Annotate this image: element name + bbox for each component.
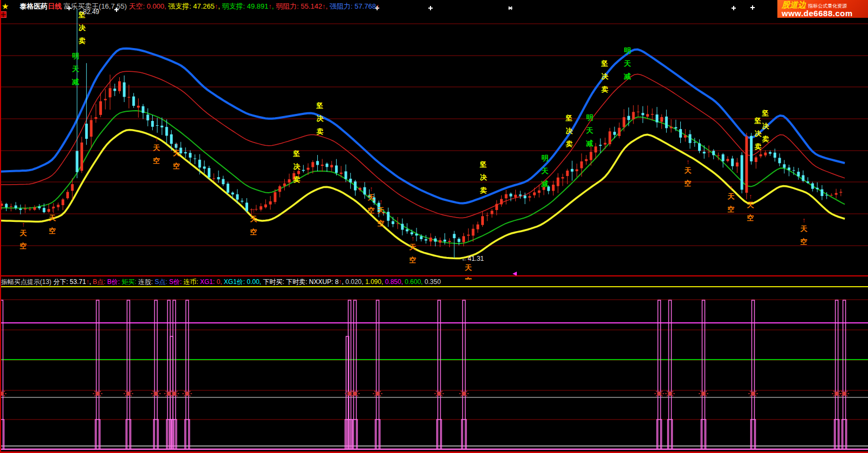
reduce-signal-label: 明天减 <box>541 154 549 188</box>
candles <box>1 9 843 258</box>
subheader-field: 1.090, <box>365 278 385 286</box>
buy-arrow-icon: ↑ <box>370 185 373 193</box>
favorite-star-icon[interactable]: ★ <box>2 2 9 11</box>
buy-dot-marker <box>434 391 444 396</box>
sky-buy-label: 天空 <box>250 215 258 236</box>
header-field: 47.265 <box>193 2 215 10</box>
buy-dot-marker <box>124 391 133 396</box>
subheader-field: B价: <box>107 278 122 287</box>
brand-logo[interactable]: 股道边 指标公式量化资源 www.de6688.com <box>777 0 868 18</box>
header-field: 55.142 <box>300 2 322 10</box>
buy-dot-marker <box>748 391 758 396</box>
header-field: 天空: <box>129 2 147 10</box>
sky-buy-label: 天空 <box>153 144 161 165</box>
header-field: 弱支撑: <box>222 2 247 10</box>
subheader-field: 8 <box>335 278 339 286</box>
buy-dot-marker <box>459 391 469 396</box>
buy-dot-marker <box>699 391 708 396</box>
sell-signal-label: 坚决卖 <box>78 11 86 45</box>
subheader-field: , <box>89 278 93 286</box>
subheader-field: XG1价: <box>224 278 247 287</box>
sell-signal-label: 坚决卖 <box>762 109 770 143</box>
sky-buy-label: 天空 <box>727 192 735 213</box>
buy-arrow-icon: ↑ <box>729 184 733 192</box>
sell-signal-label: 坚决卖 <box>565 114 573 148</box>
buy-arrow-icon: ↑ <box>22 221 25 228</box>
buy-arrow-icon: ↑ <box>175 141 178 148</box>
sky-buy-label: 天空 <box>684 166 692 187</box>
header-field: 日线 <box>47 2 61 10</box>
header-field: 强阻力: <box>330 2 354 10</box>
header-field: 富乐买卖王(16,7,55) <box>61 2 128 10</box>
price-label: ←41.31 <box>461 255 484 262</box>
subheader-field: 0.350 <box>425 278 441 286</box>
buy-arrow-icon: ↑ <box>379 198 382 206</box>
header-field: ↑ <box>376 2 380 10</box>
sell-signal-label: 坚决卖 <box>316 102 324 136</box>
subheader-field: 连股: <box>138 278 155 287</box>
red-band-line <box>0 71 845 218</box>
subheader-field: 0.600, <box>405 278 425 286</box>
subheader-field: 下时买: <box>263 278 286 287</box>
buy-arrow-icon: ↑ <box>749 193 752 200</box>
buy-dot-marker <box>654 391 664 396</box>
subheader-field: 0.020, <box>345 278 365 286</box>
sky-buy-label: 天空 <box>173 149 181 170</box>
subheader-field: 53.71 <box>70 278 86 286</box>
reduce-signal-label: 明天减 <box>624 46 632 80</box>
title-bar: ★ 泰格医药日线 富乐买卖王(16,7,55) 天空: 0.000, 强支撑: … <box>0 0 778 13</box>
header-field: 弱阻力: <box>276 2 300 10</box>
buy-dot-marker <box>151 391 161 396</box>
sky-buy-label: 天空 <box>377 206 385 227</box>
sky-buy-label: 天空 <box>49 214 57 235</box>
brand-name: 股道边 <box>782 1 806 9</box>
subheader-field: 0, <box>216 278 223 286</box>
brand-url[interactable]: www.de6688.com <box>782 10 865 17</box>
sky-buy-label: 天空 <box>409 243 417 264</box>
buy-arrow-icon: ↑ <box>252 207 255 214</box>
subheader-field: B点: <box>93 278 107 287</box>
header-field: , <box>326 2 330 10</box>
subheader-field: 0.850, <box>385 278 405 286</box>
header-field: 0.000, <box>147 2 168 10</box>
sell-signal-label: 坚决卖 <box>480 160 488 194</box>
sell-signal-label: 坚决卖 <box>754 117 762 151</box>
main-price-chart[interactable]: 坚决卖坚决卖坚决卖坚决卖坚决卖坚决卖坚决卖坚决卖明天减明天减明天减明天减↑天空↑… <box>0 0 868 280</box>
sell-signal-label: 坚决卖 <box>293 150 301 184</box>
buy-arrow-icon: ↑ <box>51 206 54 213</box>
signal-panel-chart[interactable] <box>0 287 868 452</box>
buy-dot-marker <box>373 391 382 396</box>
subheader-field: 连币: <box>183 278 200 287</box>
buy-dot-marker <box>93 391 102 396</box>
buy-dot-marker <box>182 391 192 396</box>
header-field: 泰格医药 <box>19 2 47 10</box>
buy-dot-marker <box>839 391 849 396</box>
subheader-field: NXXUP: <box>309 278 335 286</box>
subheader-field: 振幅买点提示(13) <box>1 278 53 287</box>
sky-buy-label: 天空 <box>19 229 28 250</box>
subheader-field: S价: <box>169 278 183 287</box>
panel-separator-line <box>0 275 868 276</box>
subheader-field: 0.00, <box>247 278 263 286</box>
indicator-readout: 泰格医药日线 富乐买卖王(16,7,55) 天空: 0.000, 强支撑: 47… <box>19 2 379 11</box>
header-field: 49.891 <box>247 2 269 10</box>
subheader-field: 分下: <box>53 278 70 287</box>
buy-arrow-icon: ↑ <box>686 158 689 166</box>
header-field: 强支撑: <box>168 2 193 10</box>
reduce-signal-label: 明天减 <box>586 113 594 147</box>
sky-buy-label: 天空 <box>800 225 808 246</box>
grid-icon[interactable] <box>10 3 16 10</box>
sky-buy-label: 天空 <box>747 201 755 222</box>
header-field: 57.768 <box>354 2 376 10</box>
buy-arrow-icon: ↑ <box>411 235 414 242</box>
subheader-field: , <box>342 278 346 286</box>
left-border <box>0 0 1 453</box>
buy-arrow-icon: ↑ <box>155 136 158 143</box>
subheader-field: 矩买: <box>121 278 138 287</box>
buy-arrow-icon: ↑ <box>802 217 805 224</box>
reduce-signal-label: 明天减 <box>72 52 80 86</box>
signal-indicator-readout: 振幅买点提示(13) 分下: 53.71↑, B点: B价: 矩买: 连股: S… <box>0 277 868 287</box>
subheader-field: S点: <box>155 278 169 287</box>
subheader-field: 下时卖: <box>286 278 309 287</box>
stock-chart-window: 坚决卖坚决卖坚决卖坚决卖坚决卖坚决卖坚决卖坚决卖明天减明天减明天减明天减↑天空↑… <box>0 0 868 453</box>
